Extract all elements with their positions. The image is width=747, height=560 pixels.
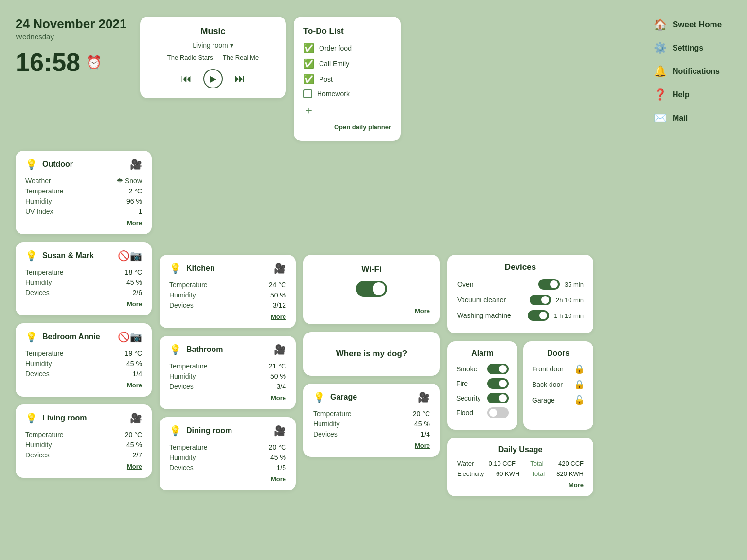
garage-door-row: Garage 🔓 [532,395,585,405]
smoke-toggle[interactable] [487,364,509,374]
time-display: 16:58 [16,48,80,77]
garage-devices-value: 1/4 [421,430,430,438]
water-total-value: 420 CCF [558,460,584,467]
next-button[interactable]: ⏭ [234,72,245,85]
checked-icon: ✅ [303,43,314,53]
bulb-icon-garage: 💡 [313,391,325,403]
front-door-lock-icon[interactable]: 🔒 [574,364,585,374]
day-display: Wednesday [16,33,132,41]
oven-toggle[interactable] [538,279,560,290]
nav-item-settings[interactable]: ⚙️ Settings [654,42,731,54]
help-icon: ❓ [654,88,667,101]
music-card: Music Living room ▾ The Radio Stars — Th… [140,17,286,98]
bedroom-annie-title: Bedroom Annie [42,332,100,341]
chevron-down-icon: ▾ [230,41,233,49]
electricity-label: Electricity [457,470,484,477]
bath-humidity-label: Humidity [169,372,196,380]
bath-devices-label: Devices [169,383,194,390]
device-row-washing: Washing machine 1 h 10 min [457,310,584,321]
devices-title: Devices [457,262,584,272]
camera-icon-kitchen[interactable]: 🎥 [274,262,286,274]
nav-item-help[interactable]: ❓ Help [654,88,731,101]
susan-more-link[interactable]: More [25,300,142,308]
bath-more-link[interactable]: More [169,394,286,402]
bulb-icon-dining: 💡 [169,425,181,437]
todo-card: To-Do List ✅ Order food ✅ Call Emily ✅ P… [294,17,401,141]
susan-devices-value: 2/6 [133,289,142,297]
living-devices-label: Devices [25,451,50,459]
camera-icon-dining[interactable]: 🎥 [274,425,286,437]
camera-icon-bathroom[interactable]: 🎥 [274,344,286,355]
vacuum-toggle[interactable] [530,295,551,305]
water-label: Water [457,460,474,467]
todo-item-call-emily[interactable]: ✅ Call Emily [303,58,391,69]
nav-item-notifications[interactable]: 🔔 Notifications [654,65,731,78]
todo-item-order-food[interactable]: ✅ Order food [303,43,391,53]
back-door-label: Back door [532,381,563,388]
mail-icon: ✉️ [654,112,667,124]
todo-item-post[interactable]: ✅ Post [303,74,391,85]
kitchen-more-link[interactable]: More [169,313,286,320]
device-row-oven: Oven 35 min [457,279,584,290]
garage-door-label: Garage [532,396,555,404]
daily-more-link[interactable]: More [457,481,584,489]
annie-more-link[interactable]: More [25,382,142,389]
open-planner-link[interactable]: Open daily planner [334,123,391,131]
dining-temp-label: Temperature [169,443,208,451]
checked-icon-2: ✅ [303,58,314,69]
nav-item-mail[interactable]: ✉️ Mail [654,112,731,124]
alarm-icon: ⏰ [86,55,102,70]
oven-label: Oven [457,280,473,288]
alarm-security-row: Security [456,393,509,403]
smoke-label: Smoke [456,365,478,373]
no-camera-icon-annie[interactable]: 🚫📷 [118,331,142,343]
home-icon: 🏠 [654,18,667,31]
washing-toggle[interactable] [528,310,549,321]
todo-item-homework[interactable]: Homework [303,89,391,98]
kitchen-humidity-label: Humidity [169,291,196,299]
add-todo-button[interactable]: ＋ [303,103,391,118]
living-temp-value: 20 °C [125,431,142,438]
outdoor-more-link[interactable]: More [25,219,142,227]
front-door-label: Front door [532,365,564,373]
weather-label: Weather [25,177,51,185]
outdoor-card: 💡 Outdoor 🎥 Weather 🌨 Snow Temperatu [16,151,152,234]
dining-more-link[interactable]: More [169,475,286,483]
garage-more-link[interactable]: More [313,442,430,449]
vacuum-label: Vacuum cleaner [457,296,506,304]
camera-icon[interactable]: 🎥 [130,158,142,170]
wifi-more-link[interactable]: More [313,307,430,315]
no-camera-icon-susan[interactable]: 🚫📷 [118,250,142,262]
prev-button[interactable]: ⏮ [181,72,192,85]
living-humidity-value: 45 % [126,441,142,449]
garage-title: Garage [330,393,357,402]
fire-toggle[interactable] [487,378,509,389]
unchecked-icon [303,89,312,98]
nav-item-sweet-home[interactable]: 🏠 Sweet Home [654,18,731,31]
security-toggle[interactable] [487,393,509,403]
alarm-fire-row: Fire [456,378,509,389]
camera-icon-living[interactable]: 🎥 [130,412,142,424]
dog-title: Where is my dog? [336,349,407,359]
living-more-link[interactable]: More [25,463,142,470]
wifi-toggle[interactable] [356,281,387,297]
annie-humidity-label: Humidity [25,360,52,368]
flood-toggle[interactable] [487,407,509,418]
back-door-lock-icon[interactable]: 🔒 [574,379,585,390]
susan-mark-card: 💡 Susan & Mark 🚫📷 Temperature 18 °C Humi… [16,242,152,315]
bulb-icon-kitchen: 💡 [169,262,181,274]
vacuum-time: 2h 10 min [556,297,584,304]
living-room-card: 💡 Living room 🎥 Temperature 20 °C Humidi… [16,404,152,478]
kitchen-temp-value: 24 °C [269,281,286,289]
bathroom-card: 💡 Bathroom 🎥 Temperature 21 °C Humidity … [160,336,296,409]
daily-usage-card: Daily Usage Water 0.10 CCF Total 420 CCF… [447,438,593,496]
bulb-icon-susan: 💡 [25,250,37,262]
outdoor-humidity-value: 96 % [126,197,142,205]
garage-humidity-value: 45 % [414,420,430,428]
kitchen-title: Kitchen [186,264,215,273]
camera-icon-garage[interactable]: 🎥 [418,391,430,403]
garage-door-lock-icon[interactable]: 🔓 [574,395,585,405]
annie-humidity-value: 45 % [126,360,142,368]
annie-devices-label: Devices [25,370,50,378]
play-button[interactable]: ▶ [203,69,223,88]
